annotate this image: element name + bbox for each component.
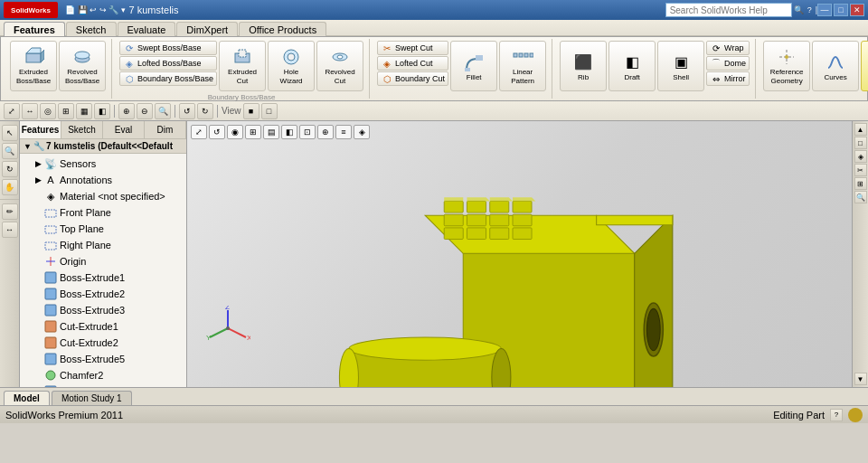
- extruded-cut-button[interactable]: ExtrudedCut: [219, 41, 266, 91]
- help-icon[interactable]: ?: [807, 5, 812, 14]
- toolbar2-btn10[interactable]: ↺: [179, 103, 195, 119]
- right-btn-6[interactable]: 🔍: [854, 191, 867, 203]
- tree-item-3[interactable]: Front Plane: [20, 204, 186, 221]
- right-btn-1[interactable]: ▲: [854, 123, 867, 136]
- toolbar2-btn4[interactable]: ⊞: [58, 103, 74, 119]
- toolbar2-shaded-button[interactable]: ■: [243, 103, 259, 119]
- sidebar-tab-evaluate[interactable]: Eval: [103, 121, 145, 138]
- right-btn-4[interactable]: ✂: [854, 164, 867, 176]
- revolved-cut-button[interactable]: RevolvedCut: [316, 41, 363, 91]
- feature-tree-model-icon: 🔧: [33, 141, 44, 151]
- ribbon-tab-office-products[interactable]: Office Products: [239, 22, 326, 36]
- swept-cut-label: Swept Cut: [395, 43, 433, 52]
- viewport[interactable]: ⤢ ↺ ◉ ⊞ ▤ ◧ ⊡ ⊕ ≡ ◈: [187, 121, 852, 387]
- vp-reference-button[interactable]: ◈: [354, 125, 370, 139]
- lofted-cut-button[interactable]: ◈ Lofted Cut: [377, 56, 448, 71]
- boundary-boss-button[interactable]: ⬡ Boundary Boss/Base: [119, 71, 217, 86]
- maximize-button[interactable]: □: [834, 4, 848, 16]
- toolbar2-btn2[interactable]: ↔: [22, 103, 38, 119]
- swept-cut-button[interactable]: ✂ Swept Cut: [377, 41, 448, 55]
- sketch-tool-button[interactable]: ✏: [2, 203, 18, 220]
- curves-button[interactable]: Curves: [812, 41, 859, 91]
- toolbar2-btn11[interactable]: ↻: [197, 103, 213, 119]
- tree-item-5[interactable]: Right Plane: [20, 237, 186, 253]
- sidebar-tab-sketch[interactable]: Sketch: [61, 121, 103, 138]
- dimension-tool-button[interactable]: ↔: [2, 222, 18, 238]
- right-btn-5[interactable]: ⊞: [854, 177, 867, 190]
- reference-geometry-button[interactable]: ReferenceGeometry: [763, 41, 810, 91]
- toolbar2-btn8[interactable]: ⊖: [137, 103, 153, 119]
- wrap-button[interactable]: ⟳ Wrap: [706, 41, 750, 55]
- boundary-cut-button[interactable]: ⬡ Boundary Cut: [377, 71, 448, 86]
- toolbar2-btn6[interactable]: ◧: [94, 103, 110, 119]
- revolved-boss-base-button[interactable]: RevolvedBoss/Base: [59, 41, 106, 91]
- rotate-tool-button[interactable]: ↻: [2, 161, 18, 177]
- lofted-boss-button[interactable]: ◈ Lofted Boss/Base: [119, 56, 217, 71]
- zoom-tool-button[interactable]: 🔍: [2, 143, 18, 159]
- toolbar2-sep3: [217, 105, 218, 118]
- statusbar-help-button[interactable]: ?: [830, 409, 843, 421]
- vp-section-button[interactable]: ◧: [281, 125, 297, 139]
- svg-point-81: [226, 326, 230, 330]
- toolbar2-btn3[interactable]: ◎: [40, 103, 56, 119]
- fillet-button[interactable]: Fillet: [450, 41, 497, 91]
- svg-rect-27: [45, 272, 56, 283]
- minimize-button[interactable]: —: [817, 4, 832, 16]
- bottom-tab-motion-study-1[interactable]: Motion Study 1: [52, 391, 132, 405]
- tree-item-13[interactable]: Chamfer2: [20, 367, 186, 383]
- toolbar2-wireframe-button[interactable]: □: [261, 103, 278, 119]
- linear-pattern-button[interactable]: LinearPattern: [499, 41, 546, 91]
- vp-display-button[interactable]: ⊞: [245, 125, 261, 139]
- tree-item-11[interactable]: Cut-Extrude2: [20, 335, 186, 351]
- vp-view-button[interactable]: ◉: [227, 125, 243, 139]
- instant3d-button[interactable]: ⚡ Instant3D: [861, 41, 868, 91]
- tree-item-2[interactable]: ◈Material <not specified>: [20, 188, 186, 204]
- tree-item-12[interactable]: Boss-Extrude5: [20, 351, 186, 367]
- main-area: ↖ 🔍 ↻ ✋ ✏ ↔ Features Sketch Eval Dim ▼ 🔧…: [0, 121, 868, 387]
- ribbon-tab-sketch[interactable]: Sketch: [66, 22, 117, 36]
- close-button[interactable]: ✕: [850, 4, 864, 16]
- right-btn-2[interactable]: □: [854, 137, 867, 149]
- tree-expand-0[interactable]: ▶: [33, 158, 43, 169]
- vp-hide-button[interactable]: ▤: [263, 125, 279, 139]
- bottom-tab-model[interactable]: Model: [4, 391, 50, 405]
- vp-rotate-button[interactable]: ↺: [209, 125, 225, 139]
- swept-boss-button[interactable]: ⟳ Swept Boss/Base: [119, 41, 217, 55]
- toolbar2-btn5[interactable]: ▦: [76, 103, 92, 119]
- vp-appearance-button[interactable]: ⊡: [299, 125, 316, 139]
- hole-wizard-button[interactable]: HoleWizard: [268, 41, 315, 91]
- draft-button[interactable]: ◧ Draft: [609, 41, 656, 91]
- tree-item-0[interactable]: ▶📡Sensors: [20, 156, 186, 172]
- tree-expand-1[interactable]: ▶: [33, 175, 43, 185]
- vp-zoom-button[interactable]: ⤢: [191, 125, 207, 139]
- tree-item-8[interactable]: Boss-Extrude2: [20, 286, 186, 302]
- right-btn-3[interactable]: ◈: [854, 150, 867, 163]
- ribbon-tab-dimxpert[interactable]: DimXpert: [176, 22, 238, 36]
- tree-item-7[interactable]: Boss-Extrude1: [20, 269, 186, 286]
- rib-button[interactable]: ⬛ Rib: [560, 41, 607, 91]
- tree-item-14[interactable]: Boss-Extrude6: [20, 383, 186, 387]
- tree-item-6[interactable]: Origin: [20, 253, 186, 269]
- sidebar-tab-features[interactable]: Features: [20, 121, 61, 138]
- toolbar2-btn1[interactable]: ⤢: [4, 103, 20, 119]
- vp-options-button[interactable]: ≡: [335, 125, 352, 139]
- tree-item-9[interactable]: Boss-Extrude3: [20, 302, 186, 318]
- toolbar2-btn7[interactable]: ⊕: [118, 103, 135, 119]
- select-tool-button[interactable]: ↖: [2, 125, 18, 141]
- ribbon-tab-features[interactable]: Features: [4, 22, 65, 36]
- extruded-boss-base-button[interactable]: ExtrudedBoss/Base: [10, 41, 57, 91]
- svg-point-19: [785, 55, 788, 59]
- dome-button[interactable]: ⌒ Dome: [706, 56, 750, 71]
- sidebar-tab-dimxpert[interactable]: Dim: [145, 121, 186, 138]
- tree-item-1[interactable]: ▶AAnnotations: [20, 172, 186, 188]
- pan-tool-button[interactable]: ✋: [2, 179, 18, 195]
- tree-item-4[interactable]: Top Plane: [20, 221, 186, 237]
- right-btn-bottom[interactable]: ▼: [854, 373, 867, 385]
- shell-button[interactable]: ▣ Shell: [657, 41, 704, 91]
- toolbar2-btn9[interactable]: 🔍: [155, 103, 171, 119]
- mirror-button[interactable]: ⇔ Mirror: [706, 71, 750, 86]
- search-input[interactable]: [665, 3, 792, 17]
- ribbon-tab-evaluate[interactable]: Evaluate: [118, 22, 176, 36]
- vp-snap-button[interactable]: ⊕: [317, 125, 334, 139]
- tree-item-10[interactable]: Cut-Extrude1: [20, 318, 186, 335]
